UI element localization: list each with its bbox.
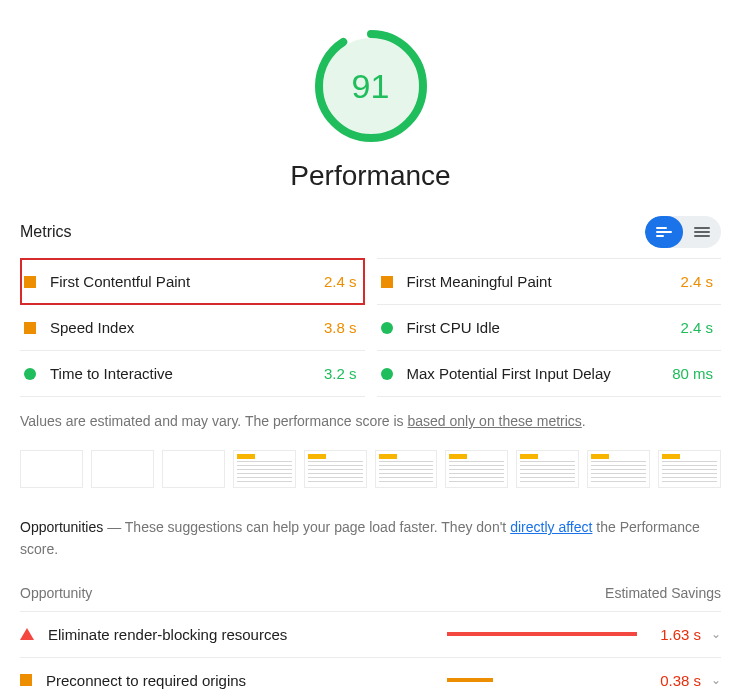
metric-row[interactable]: First Meaningful Paint2.4 s [377, 258, 722, 305]
metric-value: 3.2 s [324, 365, 357, 382]
status-circle-green-icon [381, 368, 393, 380]
metrics-note: Values are estimated and may vary. The p… [20, 411, 721, 432]
filmstrip-thumb[interactable] [304, 450, 367, 488]
view-toggle-compact[interactable] [645, 216, 683, 248]
opportunities-header: Opportunity Estimated Savings [20, 575, 721, 612]
savings-value: 0.38 s [651, 672, 701, 689]
metric-value: 2.4 s [324, 273, 357, 290]
performance-score: 91 Performance [20, 30, 721, 192]
opportunity-row[interactable]: Preconnect to required origins0.38 s⌄ [20, 658, 721, 700]
metric-row[interactable]: First Contentful Paint2.4 s [20, 258, 365, 305]
savings-value: 1.63 s [651, 626, 701, 643]
metric-value: 80 ms [672, 365, 713, 382]
metric-name: First Contentful Paint [50, 273, 324, 290]
opportunity-row[interactable]: Eliminate render-blocking resources1.63 … [20, 612, 721, 658]
metric-value: 2.4 s [680, 319, 713, 336]
metrics-heading: Metrics [20, 223, 72, 241]
opportunities-intro-link[interactable]: directly affect [510, 519, 592, 535]
metric-value: 2.4 s [680, 273, 713, 290]
metric-row[interactable]: First CPU Idle2.4 s [377, 305, 722, 351]
chevron-down-icon: ⌄ [711, 673, 721, 687]
savings-bar [447, 632, 637, 636]
filmstrip-thumb[interactable] [516, 450, 579, 488]
metric-row[interactable]: Speed Index3.8 s [20, 305, 365, 351]
col-opportunity: Opportunity [20, 585, 92, 601]
status-circle-green-icon [381, 322, 393, 334]
score-value: 91 [352, 67, 390, 106]
opportunity-name: Preconnect to required origins [46, 672, 447, 689]
status-square-orange-icon [381, 276, 393, 288]
status-square-orange-icon [20, 674, 32, 686]
col-savings: Estimated Savings [605, 585, 721, 601]
opportunity-name: Eliminate render-blocking resources [48, 626, 447, 643]
score-gauge: 91 [315, 30, 427, 142]
metric-row[interactable]: Time to Interactive3.2 s [20, 351, 365, 397]
filmstrip-thumb[interactable] [162, 450, 225, 488]
metrics-grid: First Contentful Paint2.4 sFirst Meaning… [20, 258, 721, 397]
metric-row[interactable]: Max Potential First Input Delay80 ms [377, 351, 722, 397]
filmstrip-thumb[interactable] [375, 450, 438, 488]
opportunities-list: Eliminate render-blocking resources1.63 … [20, 612, 721, 700]
view-toggle [645, 216, 721, 248]
metric-name: Speed Index [50, 319, 324, 336]
filmstrip-thumb[interactable] [233, 450, 296, 488]
filmstrip [20, 450, 721, 488]
score-title: Performance [20, 160, 721, 192]
chevron-down-icon: ⌄ [711, 627, 721, 641]
metric-value: 3.8 s [324, 319, 357, 336]
metric-name: Max Potential First Input Delay [407, 365, 673, 382]
metric-name: First CPU Idle [407, 319, 681, 336]
filmstrip-thumb[interactable] [587, 450, 650, 488]
metric-name: Time to Interactive [50, 365, 324, 382]
metrics-note-link[interactable]: based only on these metrics [408, 413, 582, 429]
filmstrip-thumb[interactable] [445, 450, 508, 488]
opportunities-intro: Opportunities — These suggestions can he… [20, 516, 721, 561]
status-circle-green-icon [24, 368, 36, 380]
view-toggle-expanded[interactable] [683, 216, 721, 248]
savings-bar [447, 678, 637, 682]
filmstrip-thumb[interactable] [91, 450, 154, 488]
triangle-red-icon [20, 628, 34, 640]
filmstrip-thumb[interactable] [658, 450, 721, 488]
metric-name: First Meaningful Paint [407, 273, 681, 290]
status-square-orange-icon [24, 276, 36, 288]
status-square-orange-icon [24, 322, 36, 334]
filmstrip-thumb[interactable] [20, 450, 83, 488]
